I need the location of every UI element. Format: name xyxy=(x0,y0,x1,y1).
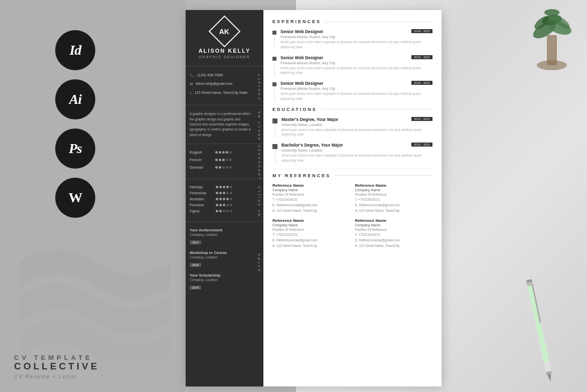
education-item-0: 🎓 Master's Degree, Your Major 2013 - 201… xyxy=(272,117,432,138)
dot xyxy=(226,151,228,154)
timeline-box xyxy=(272,31,276,35)
dot xyxy=(226,159,228,161)
dot xyxy=(229,159,232,161)
skill-dots xyxy=(216,204,232,206)
cv-header: AK ALISON KELLY GRAPHIC DESIGNER xyxy=(186,10,263,67)
exp-title-row: Senior Web Designer 2019 - 2022 xyxy=(280,81,432,86)
contact-label: CONTACT xyxy=(257,72,261,99)
dot xyxy=(223,192,225,194)
timeline-track xyxy=(272,81,276,101)
svg-point-7 xyxy=(544,9,559,16)
educations-section: EDUCATIONS 🎓 Master's Degree, Your Major… xyxy=(272,107,432,163)
dot xyxy=(219,166,221,169)
skill-item-figma: Figma xyxy=(190,209,252,213)
skills-section: Indesign Photoshop xyxy=(186,179,263,222)
exp-title-row: Senior Web Designer 2019 - 2022 xyxy=(280,29,432,34)
cv-job-title: GRAPHIC DESIGNER xyxy=(191,55,258,59)
dot xyxy=(226,186,229,188)
cv-monogram: AK xyxy=(209,16,241,48)
edu-icon: 🎓 xyxy=(273,145,277,149)
brand-line2: COLLECTIVE xyxy=(14,361,99,372)
educations-header: EDUCATIONS xyxy=(272,107,432,112)
dot xyxy=(216,198,218,200)
section-divider xyxy=(321,109,432,109)
dot xyxy=(216,186,218,188)
dot xyxy=(223,186,225,188)
lang-dots-french xyxy=(215,159,232,161)
dot xyxy=(226,166,228,169)
timeline-line xyxy=(274,36,275,50)
edu-degree: Master's Degree, Your Major xyxy=(281,117,339,122)
timeline-line xyxy=(274,87,275,101)
timeline-box: 🎓 xyxy=(272,144,277,149)
svg-marker-12 xyxy=(548,374,552,381)
dot xyxy=(229,151,232,154)
education-item-1: 🎓 Bachelor's Degree, Your Major 2010 - 2… xyxy=(272,143,432,163)
dot xyxy=(219,210,222,212)
exp-job-title: Senior Web Designer xyxy=(280,55,323,60)
skill-item-indesign: Indesign xyxy=(190,185,252,189)
timeline-box xyxy=(272,57,276,61)
reference-item-1: Reference Name Company Name Position Of … xyxy=(355,183,433,213)
cv-name: ALISON KELLY xyxy=(191,48,258,54)
dot xyxy=(215,159,218,161)
references-header: MY REFERENCES xyxy=(272,173,432,178)
dot xyxy=(219,159,221,161)
dot xyxy=(216,204,218,206)
contact-phone: 📞 (123) 456-7890 xyxy=(190,73,252,78)
extra-section: Your Achievement Company, Location 2017 … xyxy=(186,222,263,302)
edu-school: University Name, Location xyxy=(281,149,432,152)
dot xyxy=(223,204,225,206)
exp-company: Pinewood Atlanta Studios, Any City xyxy=(280,61,432,65)
software-icons: Id Ai Ps W xyxy=(55,30,95,218)
exp-job-title: Senior Web Designer xyxy=(280,81,323,86)
contact-email: ✉ alison.kelly@gmail.com xyxy=(190,81,252,87)
timeline-line xyxy=(274,62,275,76)
dot xyxy=(219,151,221,154)
svg-rect-1 xyxy=(547,35,557,65)
about-label: ABOUT ME xyxy=(257,109,261,140)
dot xyxy=(230,192,232,194)
experience-item-0: Senior Web Designer 2019 - 2022 Pinewood… xyxy=(272,29,432,50)
exp-desc: Amet justo donec enim diam vulputate ut … xyxy=(280,66,432,76)
languages-section: English French xyxy=(186,144,263,179)
experiences-section: EXPERIENCES Senior Web Designer 2019 - 2… xyxy=(272,19,432,101)
skill-dots xyxy=(216,210,232,212)
dot xyxy=(216,210,218,212)
brand-line1: CV TEMPLATE xyxy=(14,354,99,361)
timeline-track xyxy=(272,29,276,50)
experiences-title: EXPERIENCES xyxy=(272,19,321,24)
cv-content: EXPERIENCES Senior Web Designer 2019 - 2… xyxy=(263,10,442,386)
contact-label-wrap: CONTACT xyxy=(257,73,261,99)
timeline-track: 🎓 xyxy=(272,117,277,138)
timeline-line xyxy=(275,150,275,163)
email-icon: ✉ xyxy=(190,82,193,87)
skill-item-premiere: Premiere xyxy=(190,203,252,207)
brand-text: CV TEMPLATE COLLECTIVE CV Resume + Lette… xyxy=(14,354,99,379)
illustrator-label: Ai xyxy=(69,91,81,107)
about-section: A graphic designer is a professional wit… xyxy=(186,105,263,144)
phone-icon: 📞 xyxy=(190,73,195,78)
edu-icon: 🎓 xyxy=(273,119,277,122)
reference-item-0: Reference Name Company Name Position Of … xyxy=(272,183,350,213)
edu-desc: Amet justo donec enim diam vulputate ut … xyxy=(281,153,432,163)
skill-dots xyxy=(216,192,232,194)
experience-item-2: Senior Web Designer 2019 - 2022 Pinewood… xyxy=(272,81,432,101)
exp-title-row: Senior Web Designer 2019 - 2022 xyxy=(280,55,432,60)
exp-desc: Amet justo donec enim diam vulputate ut … xyxy=(280,91,432,101)
experiences-header: EXPERIENCES xyxy=(272,19,432,24)
skill-dots xyxy=(216,186,232,188)
contact-section: 📞 (123) 456-7890 ✉ alison.kelly@gmail.co… xyxy=(186,67,263,105)
edu-desc: Amet justo donec enim diam vulputate ut … xyxy=(281,127,432,138)
word-icon: W xyxy=(55,178,95,218)
skill-item-illustrator: Illustrator xyxy=(190,197,252,201)
timeline-box: 🎓 xyxy=(272,118,277,123)
dot xyxy=(219,192,222,194)
dot xyxy=(229,166,232,169)
edu-degree: Bachelor's Degree, Your Major xyxy=(281,143,343,148)
dot xyxy=(219,198,222,200)
lang-dots-english xyxy=(215,151,232,154)
dot xyxy=(223,210,225,212)
language-item-german: German xyxy=(190,165,252,170)
reference-item-2: Reference Name Company Name Position Of … xyxy=(272,218,350,248)
